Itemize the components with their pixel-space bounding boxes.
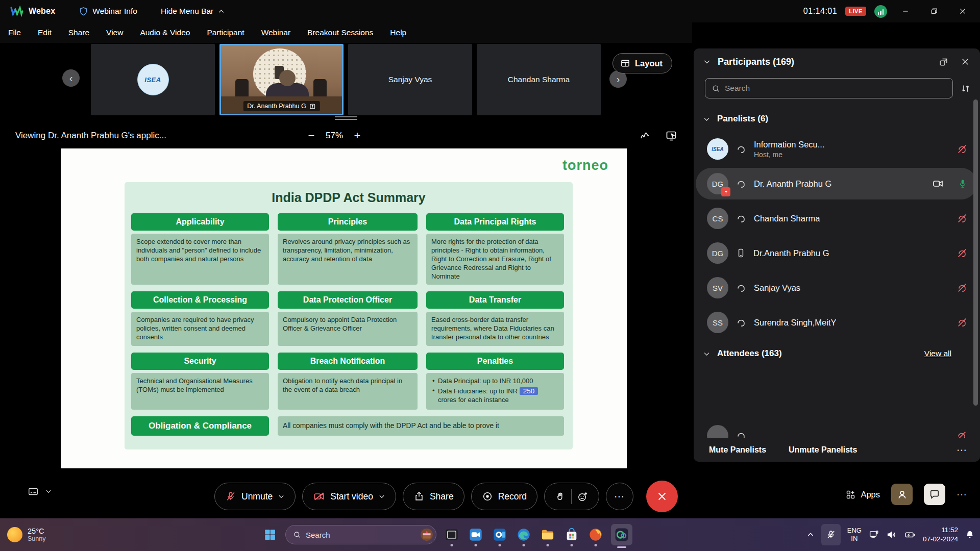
taskbar-clock[interactable]: 11:5207-02-2024: [923, 525, 958, 544]
zoom-in-button[interactable]: +: [351, 129, 363, 142]
panelist-row-chandan[interactable]: CS Chandan Sharma: [696, 203, 977, 234]
card-breach-notification: Breach Notification Obligation to notify…: [278, 353, 418, 410]
panelist-row-ananth-mobile[interactable]: DG Dr.Ananth Prabhu G: [696, 237, 977, 269]
leave-meeting-button[interactable]: [646, 481, 678, 512]
card-obligation-compliance: Obligation & Compliance: [131, 416, 269, 436]
zoom-out-button[interactable]: −: [305, 129, 317, 142]
annotate-icon[interactable]: [639, 130, 651, 142]
search-input[interactable]: [725, 84, 946, 93]
layout-button[interactable]: Layout: [612, 53, 672, 73]
viewing-label: Viewing Dr. Ananth Prabhu G's applic...: [15, 131, 166, 141]
panelist-row-sanjay[interactable]: SV Sanjay Vyas: [696, 272, 977, 304]
taskbar-app-meet[interactable]: [467, 526, 484, 543]
notification-bell-icon[interactable]: [965, 530, 975, 540]
video-thumbnail-active-speaker[interactable]: Dr. Ananth Prabhu G: [219, 44, 344, 115]
card-principles: Principles Revolves around privacy princ…: [278, 213, 418, 285]
mute-panelists-button[interactable]: Mute Panelists: [709, 445, 766, 455]
taskbar-app-edge[interactable]: [515, 526, 532, 543]
menu-webinar[interactable]: Webinar: [261, 28, 290, 37]
panel-more-button[interactable]: ⋯: [957, 444, 968, 456]
menu-participant[interactable]: Participant: [207, 28, 244, 37]
mic-muted-icon[interactable]: [957, 213, 968, 224]
card-header: Penalties: [426, 353, 564, 370]
cake-icon: [420, 528, 433, 541]
share-button[interactable]: Share: [403, 483, 464, 510]
meeting-health-icon[interactable]: [874, 5, 887, 18]
start-video-button[interactable]: Start video: [302, 483, 396, 510]
mic-muted-icon[interactable]: [957, 317, 968, 328]
taskbar-app-outlook[interactable]: [491, 526, 508, 543]
panelist-row-surendra[interactable]: SS Surendra Singh,MeitY: [696, 307, 977, 338]
panelists-section-header[interactable]: Panelists (6): [694, 108, 980, 130]
webinar-info-button[interactable]: Webinar Info: [79, 7, 137, 16]
taskbar-app-file-explorer[interactable]: [539, 526, 556, 543]
video-thumbnail-chandan[interactable]: Chandan Sharma: [477, 44, 601, 115]
menu-edit[interactable]: Edit: [38, 28, 52, 37]
unmute-panelists-button[interactable]: Unmute Panelists: [789, 445, 857, 455]
card-body: Obligation to notify each data principal…: [278, 373, 418, 410]
battery-icon[interactable]: [904, 529, 916, 540]
sort-icon[interactable]: [960, 83, 971, 94]
mic-muted-icon[interactable]: [957, 143, 968, 155]
menu-breakout-sessions[interactable]: Breakout Sessions: [307, 28, 373, 37]
volume-icon[interactable]: [886, 529, 897, 540]
mic-muted-icon[interactable]: [957, 247, 968, 259]
chevron-down-icon[interactable]: [703, 58, 711, 66]
panelist-row-host[interactable]: ISEA Information Secu... Host, me: [696, 133, 977, 165]
taskbar-app-terminal[interactable]: [443, 526, 460, 543]
close-button[interactable]: [952, 3, 973, 20]
taskbar-search-label: Search: [306, 531, 415, 539]
hide-menu-bar-button[interactable]: Hide Menu Bar: [161, 7, 225, 16]
mic-muted-icon[interactable]: [957, 282, 968, 293]
share-screen-icon: [413, 491, 425, 502]
zoom-level: 57%: [326, 131, 343, 141]
panel-scrollbar[interactable]: [973, 99, 978, 406]
menu-audio-video[interactable]: Audio & Video: [140, 28, 190, 37]
headset-icon: [736, 178, 747, 189]
card-header: Principles: [278, 213, 418, 231]
participants-search[interactable]: [705, 78, 953, 98]
restore-button[interactable]: [924, 3, 944, 20]
attendees-section-header[interactable]: Attendees (163) View all: [694, 342, 980, 365]
minimize-button[interactable]: [895, 3, 916, 20]
chevron-up-icon: [217, 8, 225, 15]
taskbar-app-webex-active[interactable]: [611, 524, 632, 545]
participants-toggle-button[interactable]: [891, 484, 913, 505]
apps-button[interactable]: Apps: [845, 489, 880, 500]
highlighted-value[interactable]: 250: [520, 387, 538, 395]
pop-out-panel-icon[interactable]: [939, 57, 948, 67]
video-thumbnail-sanjay[interactable]: Sanjay Vyas: [348, 44, 472, 115]
weather-widget[interactable]: 25°C Sunny: [7, 527, 45, 542]
close-panel-icon[interactable]: [961, 57, 970, 67]
tray-chevron-up-icon[interactable]: [806, 531, 815, 539]
layout-grid-icon: [620, 58, 630, 68]
menu-help[interactable]: Help: [390, 28, 406, 37]
taskbar-search[interactable]: Search: [285, 525, 436, 544]
captions-control[interactable]: [27, 486, 52, 497]
record-button[interactable]: Record: [471, 483, 537, 510]
taskbar-app-firefox[interactable]: [587, 526, 604, 543]
menu-view[interactable]: View: [106, 28, 123, 37]
video-thumbnail-host[interactable]: ISEA: [91, 44, 215, 115]
panelist-row-active-speaker[interactable]: DG Dr. Ananth Prabhu G: [696, 168, 977, 199]
language-indicator[interactable]: ENGIN: [847, 527, 862, 543]
taskbar-app-store[interactable]: [563, 526, 580, 543]
unmute-button[interactable]: Unmute: [214, 483, 296, 510]
raise-hand-icon[interactable]: [555, 491, 566, 502]
filmstrip-prev-button[interactable]: ‹: [62, 69, 80, 87]
cast-display-icon[interactable]: [868, 529, 879, 540]
filmstrip-resize-handle[interactable]: [335, 116, 357, 120]
menu-file[interactable]: File: [8, 28, 21, 37]
camera-on-icon[interactable]: [932, 178, 944, 190]
mic-on-icon[interactable]: [958, 178, 968, 189]
more-panels-button[interactable]: ⋯: [957, 488, 968, 500]
tray-mic-muted-icon[interactable]: [821, 524, 841, 545]
view-all-link[interactable]: View all: [924, 349, 951, 358]
remote-control-icon[interactable]: [665, 130, 678, 142]
start-button[interactable]: [261, 526, 279, 543]
more-options-button[interactable]: ⋯: [606, 483, 633, 510]
reactions-icon[interactable]: [577, 491, 589, 503]
chat-toggle-button[interactable]: [924, 484, 945, 505]
chevron-down-icon: [703, 115, 710, 123]
menu-share[interactable]: Share: [68, 28, 89, 37]
